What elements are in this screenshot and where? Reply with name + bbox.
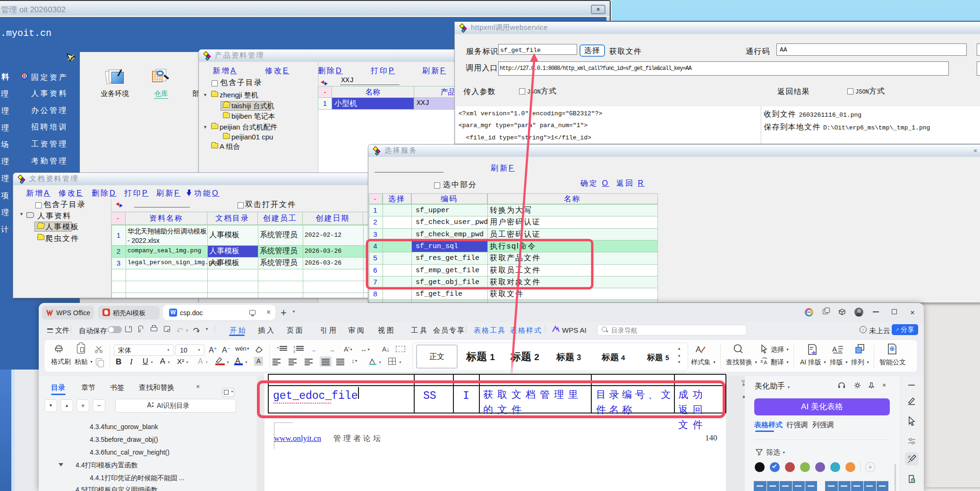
svg-text:A: A xyxy=(696,345,701,354)
svg-text:x: x xyxy=(760,358,763,364)
svg-text:A: A xyxy=(832,345,837,353)
svg-text:A: A xyxy=(764,360,767,365)
